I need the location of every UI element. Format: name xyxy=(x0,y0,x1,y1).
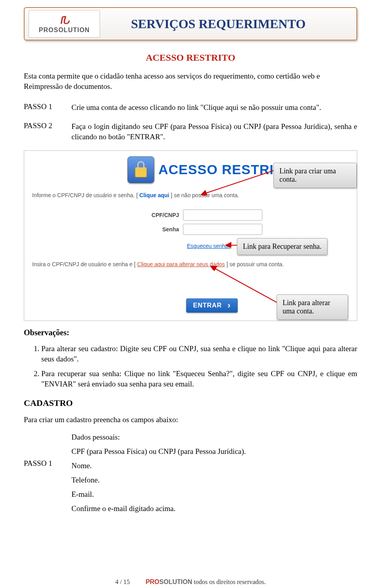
svg-line-2 xyxy=(212,267,277,302)
senha-label: Senha xyxy=(162,226,179,233)
cadastro-line-2: CPF (para Pessoa Física) ou CNPJ (para P… xyxy=(71,447,246,456)
cpf-input[interactable] xyxy=(183,209,262,221)
senha-input[interactable] xyxy=(183,224,262,235)
brand-logo: ſՆ PROSOLUTION xyxy=(29,10,100,38)
logo-brand-text: PROSOLUTION xyxy=(39,27,90,34)
cadastro-line-3: Nome. xyxy=(71,461,246,470)
header-title: SERVIÇOS REQUERIMENTO xyxy=(104,17,356,31)
observations-title: Observações: xyxy=(24,328,357,337)
alter-data-link[interactable]: Clique aqui para alterar seus dados xyxy=(137,261,225,267)
cadastro-step-label: PASSO 1 xyxy=(24,433,71,519)
cadastro-line-6: Confirme o e-mail digitado acima. xyxy=(71,504,246,513)
cadastro-line-4: Telefone. xyxy=(71,476,246,484)
login-title: ACESSO RESTRITO xyxy=(158,162,293,177)
callout-create-account: Link para criar uma conta. xyxy=(273,163,357,188)
step2-label: PASSO 2 xyxy=(24,121,71,142)
cadastro-intro: Para criar um cadastro preencha os campo… xyxy=(24,415,357,424)
callout-alter-account: Link para alterar uma conta. xyxy=(277,294,348,320)
entrar-button[interactable]: ENTRAR xyxy=(186,298,238,313)
login-instruction-1: Informe o CPF/CNPJ de usuário e senha. [… xyxy=(32,192,239,198)
callout-recover-password: Link para Recuperar senha. xyxy=(237,238,327,255)
intro-text: Esta conta permite que o cidadão tenha a… xyxy=(24,71,357,91)
document-header: ſՆ PROSOLUTION SERVIÇOS REQUERIMENTO xyxy=(24,7,357,40)
page-footer: 4 / 15 PROSOLUTION todos os direitos res… xyxy=(0,578,381,586)
step1-text: Crie uma conta de acesso clicando no lin… xyxy=(71,102,357,113)
page-number: 4 / 15 xyxy=(115,578,129,585)
cpf-label: CPF/CNPJ xyxy=(152,212,179,218)
logo-swoosh-icon: ſՆ xyxy=(60,14,68,27)
observation-1: Para alterar seu cadastro: Digite seu CP… xyxy=(41,344,357,364)
cadastro-line-1: Dados pessoais: xyxy=(71,433,246,442)
cadastro-title: CADASTRO xyxy=(24,398,357,408)
step1-label: PASSO 1 xyxy=(24,102,71,113)
step2-text: Faça o login digitando seu CPF (para Pes… xyxy=(71,121,357,142)
observation-2: Para recuperar sua senha: Clique no link… xyxy=(41,369,357,389)
forgot-password-link[interactable]: Esqueceu senha? xyxy=(187,243,231,249)
login-screenshot: ACESSO RESTRITO Informe o CPF/CNPJ de us… xyxy=(24,150,357,321)
login-instruction-2: Insira o CPF/CNPJ de usuário e senha e [… xyxy=(32,261,284,267)
create-account-link[interactable]: Clique aqui xyxy=(139,192,169,198)
cadastro-line-5: E-mail. xyxy=(71,490,246,499)
section-title: ACESSO RESTRITO xyxy=(24,52,357,63)
lock-icon xyxy=(127,156,154,183)
